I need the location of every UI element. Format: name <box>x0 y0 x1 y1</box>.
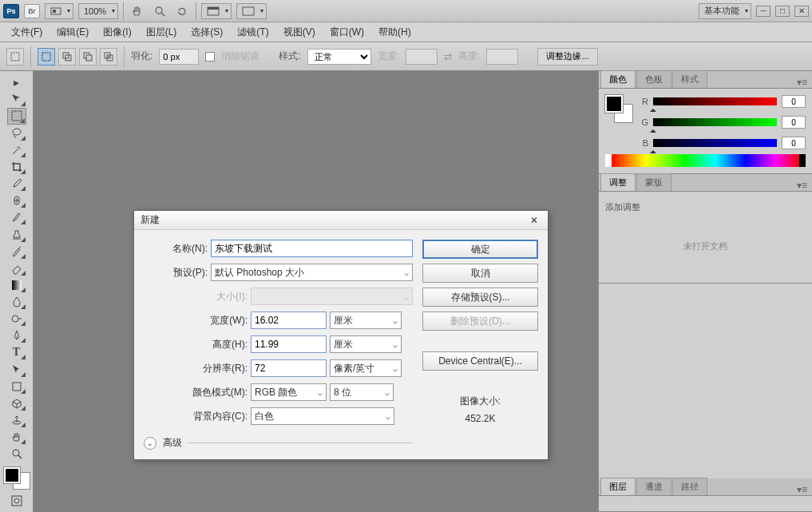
tab-color[interactable]: 颜色 <box>600 70 636 88</box>
view-extras-dropdown[interactable] <box>45 3 73 19</box>
color-spectrum[interactable] <box>605 154 806 167</box>
tool-preset-icon[interactable] <box>6 48 24 65</box>
tab-layers[interactable]: 图层 <box>600 478 636 495</box>
zoom-tool-icon[interactable] <box>7 446 26 462</box>
device-central-button[interactable]: Device Central(E)... <box>422 351 538 371</box>
dialog-close-button[interactable]: ✕ <box>527 214 541 227</box>
resolution-unit-select[interactable]: 像素/英寸 <box>330 359 402 377</box>
bit-depth-select[interactable]: 8 位 <box>330 383 394 401</box>
panel-menu-icon[interactable]: ▾≡ <box>792 180 812 191</box>
menu-image[interactable]: 图像(I) <box>97 23 137 42</box>
camera-tool-icon[interactable] <box>7 412 26 428</box>
3d-tool-icon[interactable] <box>7 395 26 411</box>
advanced-toggle-icon[interactable]: ⌄ <box>144 437 156 450</box>
tab-masks[interactable]: 蒙版 <box>636 173 671 191</box>
blur-tool-icon[interactable] <box>7 294 26 310</box>
preset-select[interactable]: 默认 Photoshop 大小 <box>211 264 413 281</box>
menu-layer[interactable]: 图层(L) <box>140 23 184 42</box>
width-unit-select[interactable]: 厘米 <box>330 312 402 329</box>
antialias-checkbox[interactable] <box>205 52 215 62</box>
workspace-switcher[interactable]: 基本功能 <box>699 3 751 19</box>
menu-edit[interactable]: 编辑(E) <box>50 23 95 42</box>
tab-adjustments[interactable]: 调整 <box>600 173 636 191</box>
hand-tool-icon[interactable] <box>7 429 26 445</box>
height-input[interactable] <box>251 335 327 353</box>
quickmask-icon[interactable] <box>7 493 26 509</box>
name-input[interactable] <box>211 240 413 257</box>
minimize-button[interactable]: ─ <box>756 6 770 17</box>
dialog-titlebar[interactable]: 新建 ✕ <box>134 211 548 230</box>
marquee-tool-icon[interactable] <box>7 108 26 124</box>
arrange-docs-dropdown[interactable] <box>201 3 232 19</box>
r-label: R <box>639 97 648 106</box>
shape-tool-icon[interactable] <box>7 379 26 395</box>
wand-tool-icon[interactable] <box>7 142 26 158</box>
cancel-button[interactable]: 取消 <box>422 264 538 283</box>
bridge-icon[interactable]: Br <box>24 4 40 18</box>
menu-select[interactable]: 选择(S) <box>184 23 229 42</box>
hand-tool-icon[interactable] <box>129 3 146 19</box>
menu-window[interactable]: 窗口(W) <box>323 23 370 42</box>
g-slider[interactable] <box>653 118 777 126</box>
tab-styles[interactable]: 样式 <box>672 70 707 88</box>
ok-button[interactable]: 确定 <box>422 240 538 259</box>
collapse-icon[interactable]: ▸ <box>7 74 26 90</box>
menu-view[interactable]: 视图(V) <box>277 23 322 42</box>
history-brush-icon[interactable] <box>7 244 26 260</box>
width-input[interactable] <box>251 312 327 329</box>
antialias-label: 消除锯齿 <box>221 50 259 63</box>
b-slider[interactable] <box>653 139 777 147</box>
brush-tool-icon[interactable] <box>7 209 26 225</box>
subtract-selection-icon[interactable] <box>79 48 97 65</box>
height-unit-select[interactable]: 厘米 <box>330 335 402 353</box>
color-mode-select[interactable]: RGB 颜色 <box>251 383 327 401</box>
zoom-tool-icon[interactable] <box>151 3 168 19</box>
g-value-input[interactable] <box>782 116 806 129</box>
screen-mode-dropdown[interactable] <box>236 3 267 19</box>
type-tool-icon[interactable]: T <box>7 344 26 360</box>
zoom-dropdown[interactable]: 100% <box>78 3 118 19</box>
crop-tool-icon[interactable] <box>7 159 26 175</box>
gradient-tool-icon[interactable] <box>7 277 26 293</box>
path-select-icon[interactable] <box>7 361 26 377</box>
style-select[interactable]: 正常 <box>307 49 371 65</box>
intersect-selection-icon[interactable] <box>100 48 117 65</box>
new-selection-icon[interactable] <box>38 48 55 65</box>
menu-help[interactable]: 帮助(H) <box>372 23 418 42</box>
dodge-tool-icon[interactable] <box>7 311 26 327</box>
width-label: 宽度(W): <box>144 314 248 327</box>
r-slider[interactable] <box>653 97 777 105</box>
photoshop-icon[interactable]: Ps <box>3 4 19 18</box>
eraser-tool-icon[interactable] <box>7 260 26 276</box>
maximize-button[interactable]: □ <box>775 6 790 17</box>
lasso-tool-icon[interactable] <box>7 125 26 141</box>
swap-icon[interactable]: ⇄ <box>444 51 452 62</box>
image-size-label: 图像大小: <box>422 395 538 408</box>
panel-fg-swatch[interactable] <box>605 95 623 113</box>
tab-paths[interactable]: 路径 <box>672 478 707 495</box>
add-selection-icon[interactable] <box>58 48 76 65</box>
panel-color-swatches[interactable] <box>605 95 632 122</box>
refine-edge-button[interactable]: 调整边缘... <box>537 48 597 65</box>
stamp-tool-icon[interactable] <box>7 226 26 242</box>
resolution-input[interactable] <box>251 359 327 377</box>
pen-tool-icon[interactable] <box>7 327 26 343</box>
tab-swatches[interactable]: 色板 <box>636 70 671 88</box>
healing-tool-icon[interactable] <box>7 192 26 208</box>
b-value-input[interactable] <box>782 137 806 149</box>
feather-input[interactable] <box>159 49 199 65</box>
close-button[interactable]: ✕ <box>794 6 809 17</box>
background-select[interactable]: 白色 <box>251 407 394 425</box>
panel-menu-icon[interactable]: ▾≡ <box>792 484 812 495</box>
eyedropper-tool-icon[interactable] <box>7 176 26 192</box>
color-swatches[interactable] <box>4 467 30 489</box>
save-preset-button[interactable]: 存储预设(S)... <box>422 288 538 307</box>
menu-filter[interactable]: 滤镜(T) <box>231 23 275 42</box>
foreground-swatch[interactable] <box>4 467 20 483</box>
panel-menu-icon[interactable]: ▾≡ <box>792 77 812 88</box>
r-value-input[interactable] <box>782 95 806 108</box>
rotate-view-icon[interactable] <box>173 3 191 19</box>
move-tool-icon[interactable] <box>7 91 26 107</box>
menu-file[interactable]: 文件(F) <box>5 23 49 42</box>
tab-channels[interactable]: 通道 <box>636 478 671 495</box>
